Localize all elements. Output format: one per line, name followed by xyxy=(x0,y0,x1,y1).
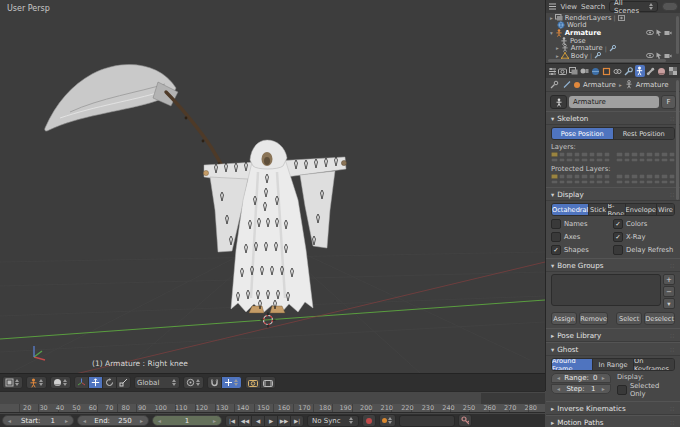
add-bone-group-button[interactable]: + xyxy=(663,274,675,285)
layer-cell[interactable] xyxy=(596,158,603,163)
editor-type-selector[interactable] xyxy=(2,376,23,389)
layer-cell[interactable] xyxy=(604,152,611,157)
shapes-checkbox-row[interactable]: Shapes xyxy=(551,245,613,255)
layer-cell[interactable] xyxy=(616,180,623,185)
translate-manipulator-button[interactable] xyxy=(88,376,103,389)
axes-checkbox-row[interactable]: Axes xyxy=(551,232,613,242)
outliner-horizontal-scrollbar[interactable] xyxy=(548,59,666,62)
timeline-canvas[interactable] xyxy=(0,391,545,404)
layer-cell[interactable] xyxy=(566,152,573,157)
layer-cell[interactable] xyxy=(566,180,573,185)
tab-object-data[interactable] xyxy=(635,65,645,77)
remove-button[interactable]: Remove xyxy=(579,312,608,325)
layer-cell[interactable] xyxy=(589,158,596,163)
panel-grip-icon[interactable]: ∷ xyxy=(670,346,675,353)
layer-cell[interactable] xyxy=(596,152,603,157)
properties-vertical-scrollbar[interactable] xyxy=(676,80,679,200)
layer-cell[interactable] xyxy=(581,174,588,179)
panel-grip-icon[interactable]: ∷ xyxy=(670,191,675,198)
layer-cell[interactable] xyxy=(639,152,646,157)
checkbox-icon[interactable] xyxy=(613,245,623,255)
tab-object[interactable] xyxy=(602,65,612,77)
outliner-vertical-scrollbar[interactable] xyxy=(676,16,679,54)
layer-cell[interactable] xyxy=(581,180,588,185)
panel-grip-icon[interactable]: ∷ xyxy=(670,115,675,122)
layer-cell[interactable] xyxy=(646,174,653,179)
layer-cell[interactable] xyxy=(589,152,596,157)
layer-cell[interactable] xyxy=(646,180,653,185)
layer-cell[interactable] xyxy=(654,158,661,163)
layer-cell[interactable] xyxy=(551,180,558,185)
tab-bone[interactable] xyxy=(646,65,656,77)
reaper-character[interactable] xyxy=(45,65,347,313)
breadcrumb-data[interactable]: Armature xyxy=(636,81,669,89)
decrement-arrow-icon[interactable] xyxy=(158,417,161,425)
checkbox-icon[interactable] xyxy=(613,219,623,229)
checkbox-icon[interactable] xyxy=(551,245,561,255)
tab-render-layers[interactable] xyxy=(568,65,578,77)
layer-cell[interactable] xyxy=(624,180,631,185)
layer-cell[interactable] xyxy=(616,174,623,179)
hide-eye-icon[interactable] xyxy=(646,53,654,58)
panel-header-motion-paths[interactable]: Motion Paths ∷ xyxy=(546,415,680,427)
checkbox-icon[interactable] xyxy=(617,385,627,395)
layer-cell[interactable] xyxy=(654,174,661,179)
properties-editor-icon[interactable] xyxy=(548,66,556,76)
mode-dropdown[interactable] xyxy=(26,376,47,389)
next-keyframe-button[interactable]: ▶▶ xyxy=(277,415,291,427)
ghost-step-field[interactable]: Step: 1 xyxy=(551,384,611,394)
select-button[interactable]: Select xyxy=(616,312,642,325)
panel-header-inverse-kinematics[interactable]: Inverse Kinematics ∷ xyxy=(546,401,680,415)
panel-header-skeleton[interactable]: Skeleton ∷ xyxy=(546,111,680,125)
layer-cell[interactable] xyxy=(551,158,558,163)
opengl-render-anim-button[interactable] xyxy=(260,376,276,389)
layer-cell[interactable] xyxy=(669,174,676,179)
jump-to-end-button[interactable]: ▶| xyxy=(290,415,304,427)
assign-button[interactable]: Assign xyxy=(551,312,577,325)
layer-cell[interactable] xyxy=(654,152,661,157)
display-bbone-button[interactable]: B-Bone xyxy=(608,204,626,215)
collapse-icon[interactable] xyxy=(550,29,553,37)
selectable-cursor-icon[interactable] xyxy=(656,29,662,36)
bone-groups-specials-button[interactable] xyxy=(663,298,675,309)
play-reverse-button[interactable]: ◀ xyxy=(251,415,265,427)
layer-cell[interactable] xyxy=(639,174,646,179)
increment-arrow-icon[interactable] xyxy=(602,374,605,382)
tab-scene[interactable] xyxy=(580,65,590,77)
layer-cell[interactable] xyxy=(604,180,611,185)
layer-cell[interactable] xyxy=(574,152,581,157)
ghost-in-range-button[interactable]: In Range xyxy=(593,359,634,370)
scale-manipulator-button[interactable] xyxy=(116,376,131,389)
layer-cell[interactable] xyxy=(669,158,676,163)
layer-cell[interactable] xyxy=(574,180,581,185)
rest-position-button[interactable]: Rest Position xyxy=(614,128,675,139)
render-restrict-icon[interactable] xyxy=(618,15,625,21)
layer-cell[interactable] xyxy=(661,152,668,157)
layer-cell[interactable] xyxy=(624,174,631,179)
layer-cell[interactable] xyxy=(654,180,661,185)
panel-header-display[interactable]: Display ∷ xyxy=(546,187,680,201)
layer-cell[interactable] xyxy=(669,152,676,157)
datablock-type-button[interactable] xyxy=(550,95,567,109)
layer-cell[interactable] xyxy=(566,174,573,179)
frame-end-field[interactable]: End: 250 xyxy=(77,415,149,426)
xray-checkbox-row[interactable]: X-Ray xyxy=(613,232,675,242)
tab-material[interactable] xyxy=(657,65,667,77)
hide-eye-icon[interactable] xyxy=(646,30,654,35)
panel-grip-icon[interactable]: ∷ xyxy=(670,419,675,426)
layer-cell[interactable] xyxy=(574,158,581,163)
sync-mode-dropdown[interactable]: No Sync xyxy=(307,415,359,427)
deselect-button[interactable]: Deselect xyxy=(644,312,675,325)
layer-cell[interactable] xyxy=(604,174,611,179)
increment-arrow-icon[interactable] xyxy=(213,417,216,425)
ghost-range-field[interactable]: Range: 0 xyxy=(551,373,611,383)
outliner-search-menu[interactable]: Search xyxy=(581,3,605,11)
checkbox-icon[interactable] xyxy=(551,219,561,229)
3d-viewport[interactable]: User Persp (1) Armature : Right knee xyxy=(0,0,546,391)
remove-bone-group-button[interactable]: − xyxy=(663,286,675,297)
display-wire-button[interactable]: Wire xyxy=(657,204,674,215)
layer-cell[interactable] xyxy=(551,152,558,157)
layer-cell[interactable] xyxy=(624,158,631,163)
layer-cell[interactable] xyxy=(616,158,623,163)
panel-grip-icon[interactable]: ∷ xyxy=(670,405,675,412)
